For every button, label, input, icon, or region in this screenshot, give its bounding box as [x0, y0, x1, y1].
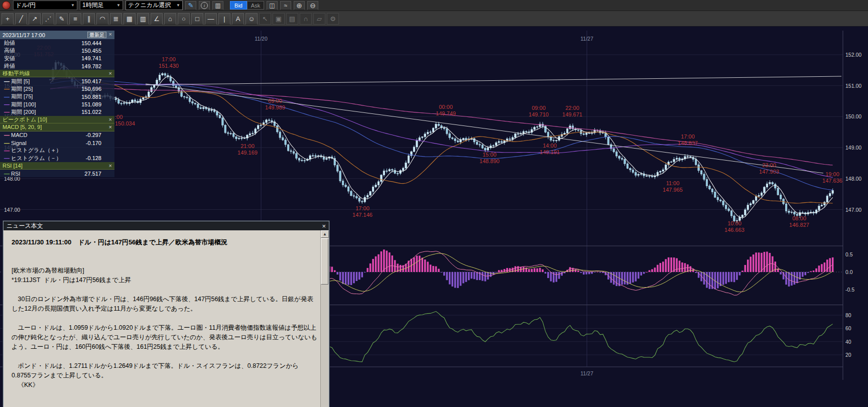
- circle-icon: ○: [182, 15, 186, 23]
- technical-indicator-dropdown[interactable]: テクニカル選択 ▼: [126, 1, 183, 10]
- latest-candle-button[interactable]: 最新足: [87, 32, 106, 38]
- close-icon[interactable]: ×: [109, 116, 112, 123]
- scroll-up-button[interactable]: ▲: [321, 230, 329, 238]
- row-label: MACD: [11, 132, 27, 138]
- section-title: MACD [5, 20, 9]: [3, 124, 42, 130]
- news-paragraph: [12, 352, 318, 361]
- close-icon[interactable]: ×: [109, 70, 112, 77]
- symbol-dropdown[interactable]: ドル/円 ▼: [13, 1, 77, 10]
- date-axis-label: 11/20: [255, 36, 268, 42]
- price-axis-label: 151.00: [845, 83, 861, 89]
- label-time: 23:00: [762, 162, 776, 168]
- parallel-channel-tool[interactable]: ∥: [83, 13, 95, 25]
- square-icon: □: [195, 15, 199, 23]
- label-time: :00: [115, 114, 122, 120]
- line-color-swatch: —: [4, 86, 11, 92]
- row-label: 期間 [75]: [11, 93, 33, 100]
- smiley-icon: ☺: [248, 15, 255, 23]
- close-icon[interactable]: ×: [109, 163, 112, 169]
- multi-trendline-tool[interactable]: ⋰: [42, 13, 54, 25]
- line-color-swatch: —: [4, 101, 11, 107]
- zoom-in-button[interactable]: ⊕: [294, 1, 305, 10]
- candlestick-icon: ◫: [269, 2, 275, 9]
- news-scrollbar[interactable]: ▲: [320, 230, 329, 407]
- label-time: 17:00: [355, 205, 369, 211]
- bid-button[interactable]: Bid: [230, 1, 247, 10]
- rsi-axis-label: 80: [845, 312, 851, 318]
- price-axis-label: 149.00: [845, 145, 861, 151]
- scroll-thumb[interactable]: [321, 238, 328, 285]
- text-tool[interactable]: A: [232, 13, 244, 25]
- row-label: ヒストグラム（－）: [11, 155, 62, 162]
- label-time: 15:00: [482, 152, 497, 158]
- label-price: 149.169: [237, 150, 258, 156]
- label-price: 148.890: [479, 158, 500, 164]
- zoom-out-button[interactable]: ⊖: [307, 1, 318, 10]
- row-label: ヒストグラム（＋）: [11, 147, 62, 154]
- label-time: 21:00: [240, 143, 255, 149]
- close-icon[interactable]: ×: [109, 31, 112, 38]
- trendline-tool[interactable]: ╱: [15, 13, 27, 25]
- time-zones-tool[interactable]: ▥: [137, 13, 149, 25]
- chart-settings-button[interactable]: ▥: [212, 1, 223, 10]
- rsi-axis-label: 20: [845, 352, 851, 358]
- news-close-icon[interactable]: ×: [322, 222, 326, 230]
- eraser-icon: ▱: [317, 15, 322, 23]
- gann-grid-tool[interactable]: ▦: [123, 13, 136, 25]
- freehand-pencil-tool[interactable]: ✎: [56, 13, 68, 25]
- zoom-in-icon: ⊕: [296, 2, 302, 10]
- indicator-value-row: —ヒストグラム（－）-0.128: [0, 154, 114, 162]
- line-color-swatch: —: [4, 109, 11, 115]
- news-paragraph: [12, 285, 318, 295]
- vertical-line-tool[interactable]: |: [218, 13, 230, 25]
- label-time: 22:00: [565, 105, 579, 111]
- pentagon-tool[interactable]: ⌂: [164, 13, 176, 25]
- crosshair-tool[interactable]: +: [2, 13, 14, 25]
- news-text: [欧米市場の為替相場動向]*19:11JST ドル・円は147円56銭まで上昇 …: [12, 247, 318, 390]
- price-time-labels: 17:00151.43009:00149.98900:00149.74921:0…: [34, 45, 842, 233]
- candle-chart-type-button[interactable]: ◫: [267, 1, 278, 10]
- fibonacci-retracement-tool[interactable]: ≣: [110, 13, 122, 25]
- news-paragraph: ポンド・ドルは、1.2711ドルから1.2649ドルまで下落。ドル・スイスフラン…: [12, 361, 318, 380]
- rectangle-tool[interactable]: □: [191, 13, 203, 25]
- angle-tool[interactable]: ∠: [151, 13, 163, 25]
- pencil-icon: ✎: [188, 2, 194, 9]
- news-paragraph: [欧米市場の為替相場動向]: [12, 266, 318, 276]
- row-value: 150.417: [81, 78, 114, 84]
- info-button[interactable]: i: [199, 1, 210, 10]
- label-price: 147.903: [759, 169, 779, 175]
- zoom-out-icon: ⊖: [310, 2, 316, 10]
- line-color-swatch: —: [4, 171, 11, 177]
- ask-button[interactable]: Ask: [247, 1, 264, 10]
- news-titlebar[interactable]: ニュース本文 ×: [4, 221, 329, 230]
- draw-mode-button[interactable]: ✎: [185, 1, 196, 10]
- bid-ask-toggle: Bid Ask: [230, 1, 264, 10]
- icon-stamp-tool[interactable]: ☺: [245, 13, 258, 25]
- chart-area: 152.00152.00151.00151.00150.00150.00149.…: [0, 27, 868, 407]
- indicator-section-header: RSI [14]×: [0, 162, 114, 170]
- row-value: 27.517: [84, 171, 114, 177]
- line-chart-type-button[interactable]: ≈: [280, 1, 291, 10]
- horizontal-line-icon: —: [208, 15, 214, 23]
- date-axis-label-bottom: 11/27: [580, 370, 593, 376]
- line-color-swatch: —: [4, 94, 11, 100]
- timeframe-dropdown[interactable]: 1時間足 ▼: [80, 1, 123, 10]
- indicator-value-row: —期間 [200]151.022: [0, 108, 114, 116]
- news-paragraph: [12, 314, 318, 323]
- horizontal-line-tool[interactable]: —: [205, 13, 217, 25]
- label-time: 09:00: [532, 105, 546, 111]
- row-label: 期間 [5]: [11, 78, 30, 85]
- ellipse-tool[interactable]: ○: [178, 13, 190, 25]
- label-price: 148.837: [678, 140, 698, 146]
- ray-line-tool[interactable]: ↗: [29, 13, 41, 25]
- panel-header-row: 2023/11/17 17:00最新足×: [0, 31, 114, 39]
- chevron-down-icon: ▼: [176, 3, 180, 8]
- close-icon[interactable]: ×: [109, 124, 112, 130]
- row-label: 安値: [4, 55, 15, 62]
- horizontal-levels-tool[interactable]: ≡: [69, 13, 81, 25]
- arc-tool[interactable]: ◠: [96, 13, 108, 25]
- trading-app-window: ドル/円 ▼ 1時間足 ▼ テクニカル選択 ▼ ✎ i ▥ Bid Ask ◫ …: [0, 0, 868, 407]
- row-label: 期間 [25]: [11, 85, 33, 93]
- vertical-bands-icon: ▥: [140, 15, 146, 23]
- indicator-value-row: —MACD-0.297: [0, 131, 114, 139]
